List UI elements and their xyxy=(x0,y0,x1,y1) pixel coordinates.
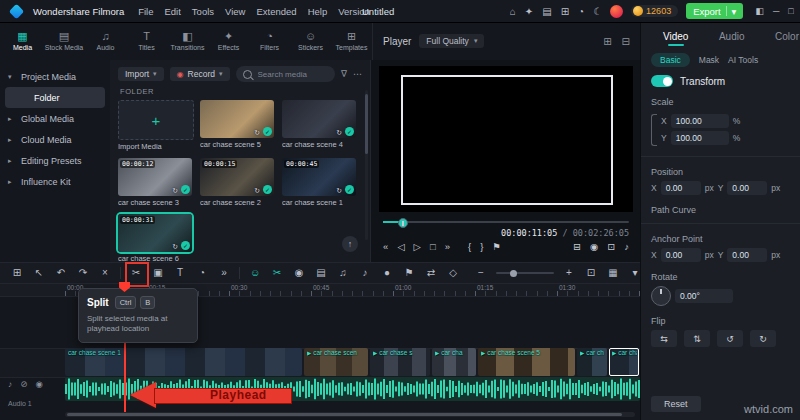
record-icon[interactable]: ● xyxy=(376,264,398,282)
menu-view[interactable]: View xyxy=(225,6,245,17)
filter-icon[interactable]: ∇ xyxy=(341,69,347,79)
gift-icon[interactable]: ✦ xyxy=(525,6,533,17)
media-item[interactable]: 00:00:31↻✓car chase scene 6 xyxy=(118,214,196,263)
mark-out-button[interactable]: } xyxy=(480,241,483,252)
scale-y-input[interactable]: 100.00 xyxy=(671,131,729,145)
search-box[interactable] xyxy=(236,66,335,82)
fit-timeline-icon[interactable]: ⊡ xyxy=(580,264,602,282)
tab-templates[interactable]: ⊞Templates xyxy=(331,22,372,60)
subtab-ai-tools[interactable]: AI Tools xyxy=(728,55,758,65)
scroll-top-button[interactable]: ↑ xyxy=(342,236,358,252)
play-button[interactable]: ▷ xyxy=(414,241,421,252)
sidebar-item-folder[interactable]: Folder xyxy=(5,87,105,108)
speed-icon[interactable]: ◔ xyxy=(191,264,213,282)
transform-toggle[interactable] xyxy=(651,75,673,87)
zoom-in-icon[interactable]: + xyxy=(558,264,580,282)
rotate-ccw-button[interactable]: ↺ xyxy=(717,330,743,347)
timeline-clip[interactable]: car chase scene 1 xyxy=(65,348,302,376)
zoom-out-icon[interactable]: − xyxy=(470,264,492,282)
undo-icon[interactable]: ↶ xyxy=(50,264,72,282)
media-item[interactable]: 00:00:45↻✓car chase scene 1 xyxy=(282,158,360,207)
track-manager-icon[interactable]: ▦ xyxy=(602,264,624,282)
swap-icon[interactable]: ⇄ xyxy=(420,264,442,282)
tab-media[interactable]: ▦Media xyxy=(2,22,43,60)
subtab-mask[interactable]: Mask xyxy=(699,55,719,65)
timeline-clip[interactable]: ▶car cha xyxy=(609,348,639,376)
preview-viewport[interactable] xyxy=(379,66,633,212)
crop-icon[interactable]: ▣ xyxy=(147,264,169,282)
hide-track-icon[interactable]: ◉ xyxy=(35,379,42,389)
store-icon[interactable]: ⌂ xyxy=(510,6,516,17)
zoom-slider[interactable] xyxy=(496,272,554,274)
sidebar-item-editing-presets[interactable]: ▸Editing Presets xyxy=(0,150,110,171)
media-item[interactable]: ↻✓car chase scene 4 xyxy=(282,100,360,151)
position-x-input[interactable]: 0.00 xyxy=(661,181,701,195)
record-button[interactable]: ◉ Record ▾ xyxy=(170,67,230,81)
timeline-clip[interactable]: ▶car cha xyxy=(432,348,476,376)
subtab-basic[interactable]: Basic xyxy=(651,53,690,67)
volume-button[interactable]: ♪ xyxy=(624,241,629,252)
select-tool-icon[interactable]: ↖ xyxy=(28,264,50,282)
snapshot-button[interactable]: ◉ xyxy=(590,241,598,252)
previous-frame-button[interactable]: « xyxy=(383,241,388,252)
stop-button[interactable]: □ xyxy=(430,241,436,252)
mark-in-button[interactable]: { xyxy=(468,241,471,252)
menu-tools[interactable]: Tools xyxy=(192,6,214,17)
tab-stock-media[interactable]: ▤Stock Media xyxy=(43,22,85,60)
export-button[interactable]: Export ▾ xyxy=(686,3,743,19)
sidebar-item-influence-kit[interactable]: ▸Influence Kit xyxy=(0,171,110,192)
menu-help[interactable]: Help xyxy=(308,6,328,17)
maximize-button[interactable]: □ xyxy=(788,6,793,16)
media-scrollbar[interactable] xyxy=(365,90,368,240)
display-mode-button[interactable]: ⊟ xyxy=(573,241,581,252)
fullscreen-button[interactable]: ⊡ xyxy=(607,241,615,252)
scene-detect-icon[interactable]: ▤ xyxy=(310,264,332,282)
keyframe-icon[interactable]: ◇ xyxy=(442,264,464,282)
tab-stickers[interactable]: ☺Stickers xyxy=(290,22,331,60)
media-item[interactable]: 00:00:12↻✓car chase scene 3 xyxy=(118,158,196,207)
beauty-icon[interactable]: ☺ xyxy=(244,264,266,282)
tab-transitions[interactable]: ◧Transitions xyxy=(167,22,208,60)
menu-extended[interactable]: Extended xyxy=(256,6,296,17)
seek-track[interactable] xyxy=(383,221,629,223)
timeline-clip[interactable]: ▶car ch xyxy=(577,348,607,376)
screen-record-icon[interactable]: ▤ xyxy=(542,6,551,17)
minimize-button[interactable]: ─ xyxy=(773,6,779,16)
seek-knob[interactable] xyxy=(398,218,408,228)
more-tools-icon[interactable]: » xyxy=(213,264,235,282)
flip-vertical-button[interactable]: ⇅ xyxy=(684,330,710,347)
timeline-scrollbar-thumb[interactable] xyxy=(67,413,622,416)
redo-icon[interactable]: ↷ xyxy=(72,264,94,282)
show-media-icon[interactable]: ⊞ xyxy=(6,264,28,282)
quality-dropdown[interactable]: Full Quality ▾ xyxy=(419,34,484,48)
dual-view-icon[interactable]: ⊟ xyxy=(622,36,630,47)
add-marker-button[interactable]: ⚑ xyxy=(492,241,501,252)
smart-cut-icon[interactable]: ✂ xyxy=(266,264,288,282)
split-icon[interactable]: ✂ xyxy=(125,264,147,282)
lock-track-icon[interactable]: ⊘ xyxy=(20,379,27,389)
link-xy-icon[interactable] xyxy=(651,114,657,146)
export-dropdown-icon[interactable]: ▾ xyxy=(732,6,737,17)
tab-audio[interactable]: ♫Audio xyxy=(85,22,126,60)
reset-button[interactable]: Reset xyxy=(651,396,701,412)
workspace-icon[interactable]: ◧ xyxy=(755,6,764,16)
play-backward-button[interactable]: ◁ xyxy=(397,241,404,252)
timeline-clip[interactable]: ▶car chase scen xyxy=(304,348,368,376)
scale-x-input[interactable]: 100.00 xyxy=(671,114,729,128)
next-frame-button[interactable]: » xyxy=(445,241,450,252)
rotate-cw-button[interactable]: ↻ xyxy=(750,330,776,347)
timeline-clip[interactable]: ▶car chase scene 5 xyxy=(478,348,575,376)
sidebar-item-cloud-media[interactable]: ▸Cloud Media xyxy=(0,129,110,150)
tab-effects[interactable]: ✦Effects xyxy=(208,22,249,60)
position-y-input[interactable]: 0.00 xyxy=(727,181,767,195)
audio-stretch-icon[interactable]: ♫ xyxy=(332,264,354,282)
marker-icon[interactable]: ⚑ xyxy=(398,264,420,282)
timeline-scrollbar[interactable] xyxy=(65,412,635,417)
anchor-y-input[interactable]: 0.00 xyxy=(727,248,767,262)
mute-track-icon[interactable]: ♪ xyxy=(8,379,12,389)
flip-horizontal-button[interactable]: ⇆ xyxy=(651,330,677,347)
tab-filters[interactable]: ◔Filters xyxy=(249,22,290,60)
import-media-tile[interactable]: +Import Media xyxy=(118,100,196,151)
seek-bar[interactable] xyxy=(383,218,629,226)
search-input[interactable] xyxy=(256,69,328,80)
